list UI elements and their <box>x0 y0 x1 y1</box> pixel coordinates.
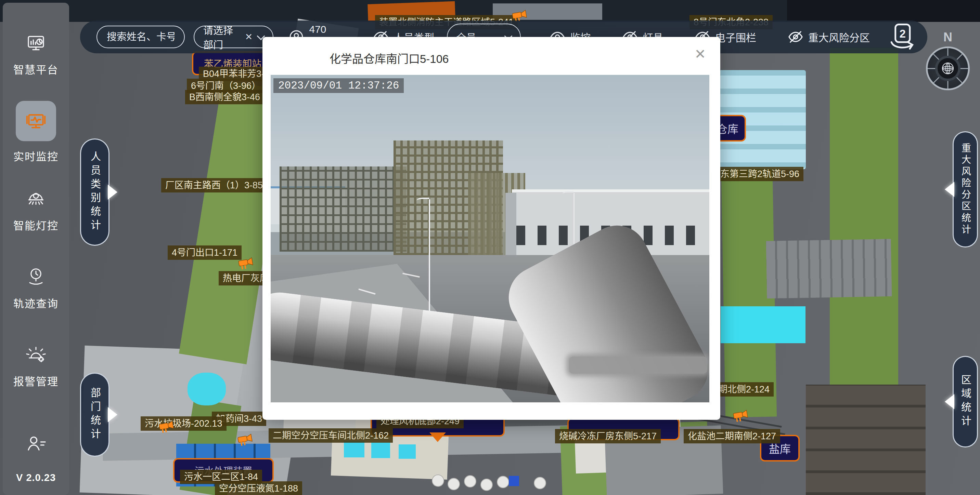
close-icon[interactable]: ✕ <box>694 47 706 61</box>
sidebar-item-label: 智慧平台 <box>13 61 59 76</box>
tab-area-stats[interactable]: 区域统计 <box>953 356 978 447</box>
sidebar-item-label: 智能灯控 <box>13 217 59 232</box>
dashboard-icon <box>25 32 47 54</box>
tab-label: 区域统计 <box>958 374 973 429</box>
search-input[interactable] <box>106 31 175 43</box>
camera-feed: 2023/09/01 12:37:26 <box>270 75 710 402</box>
scene-steel-structure <box>280 167 407 252</box>
eye-off-icon <box>788 29 803 45</box>
expand-arrow-icon <box>108 407 125 422</box>
north-label: N <box>926 30 970 44</box>
sidebar-item-smart-light[interactable]: 智能灯控 <box>3 171 69 249</box>
scene-lamp-arm <box>563 191 573 197</box>
compass-center <box>935 56 961 81</box>
sidebar-items: 智慧平台 实时监控 智能灯控 轨迹查询 报警管理 <box>3 15 69 483</box>
compass[interactable]: N <box>926 30 970 90</box>
expand-arrow-icon <box>937 394 955 409</box>
department-placeholder: 请选择部门 <box>203 22 240 51</box>
scene-lamp-arm <box>417 198 430 204</box>
monitor-icon <box>16 101 56 141</box>
globe-icon <box>939 60 956 77</box>
svg-text:2: 2 <box>900 28 906 40</box>
expand-arrow-icon <box>108 185 125 200</box>
department-select[interactable]: 请选择部门 ✕ <box>194 25 274 48</box>
toggle-label: 电子围栏 <box>715 29 756 44</box>
alarm-icon <box>25 344 47 366</box>
map-label[interactable]: 空分空压液氮1-188 <box>215 481 302 495</box>
map-label[interactable]: 二期空分空压车间北侧2-162 <box>269 428 393 443</box>
rotate-2d-badge[interactable]: 2 <box>886 21 917 52</box>
tab-label: 人员类别统计 <box>87 151 102 233</box>
search-pill[interactable] <box>97 25 185 48</box>
camera-icon[interactable] <box>237 433 255 447</box>
compass-rose[interactable] <box>926 46 970 90</box>
sidebar: 智慧平台 实时监控 智能灯控 轨迹查询 报警管理 V 2.0.23 <box>3 3 69 495</box>
map-label[interactable]: 污水垃圾场-202.13 <box>141 416 226 431</box>
tab-label: 部门统计 <box>87 387 102 442</box>
toggle-risk-zone[interactable]: 重大风险分区 <box>788 29 870 45</box>
track-icon <box>25 266 47 288</box>
map-label[interactable]: 烧碱冷冻厂房东侧5-217 <box>555 429 661 443</box>
clear-icon[interactable]: ✕ <box>245 32 253 42</box>
sidebar-item-trajectory-query[interactable]: 轨迹查询 <box>3 249 69 327</box>
camera-icon[interactable] <box>158 420 176 434</box>
map-label[interactable]: 厂区南主路西（1）3-85 <box>161 178 267 192</box>
sidebar-item-smart-platform[interactable]: 智慧平台 <box>3 15 69 93</box>
tab-risk-zone-stats[interactable]: 重大风险分区统计 <box>953 131 978 248</box>
user-icon <box>25 432 47 455</box>
map-label[interactable]: 化盐池二期南侧2-127 <box>684 429 780 443</box>
camera-icon[interactable] <box>732 409 750 423</box>
sidebar-item-label: 轨迹查询 <box>13 295 59 310</box>
sidebar-item-realtime-monitor[interactable]: 实时监控 <box>3 93 69 171</box>
light-icon <box>25 188 47 210</box>
map-label[interactable]: 4号门出口1-171 <box>168 246 242 260</box>
tab-person-category-stats[interactable]: 人员类别统计 <box>80 138 110 246</box>
scene-lamp-pole <box>429 199 430 317</box>
toggle-label: 重大风险分区 <box>808 29 870 44</box>
map-label[interactable]: B西南侧全貌3-46 <box>185 90 264 104</box>
sidebar-item-label: 报警管理 <box>13 373 59 388</box>
expand-arrow-icon <box>937 182 955 197</box>
camera-icon[interactable] <box>237 257 255 271</box>
sidebar-item-alarm-manage[interactable]: 报警管理 <box>3 327 69 405</box>
map-label[interactable]: 东第三跨2轨道5-96 <box>716 167 803 181</box>
version-label: V 2.0.23 <box>3 472 69 483</box>
modal-title: 化学品仓库南门口5-106 <box>329 50 449 66</box>
camera-timestamp: 2023/09/01 12:37:26 <box>274 78 404 93</box>
sidebar-item-user-list[interactable] <box>3 405 69 483</box>
sidebar-item-label: 实时监控 <box>13 148 59 163</box>
tab-department-stats[interactable]: 部门统计 <box>80 373 110 457</box>
blurred-watermark <box>569 357 707 374</box>
camera-modal: 化学品仓库南门口5-106 ✕ 2023/09/01 12:37:26 <box>262 37 720 420</box>
tab-label: 重大风险分区统计 <box>958 143 972 236</box>
